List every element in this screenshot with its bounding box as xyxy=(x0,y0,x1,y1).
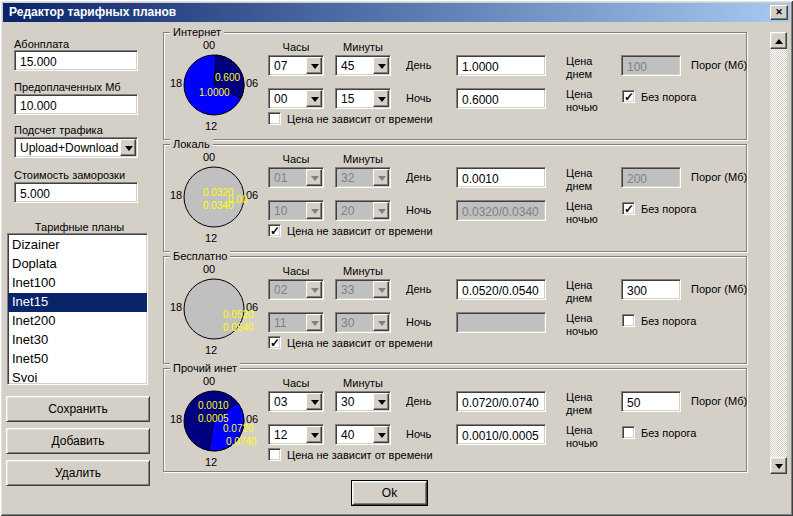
plans-label: Тарифные планы xyxy=(6,221,153,233)
combo-value: 15 xyxy=(341,92,354,106)
save-button[interactable]: Сохранить xyxy=(6,396,150,422)
plan-item[interactable]: Doplata xyxy=(8,255,147,274)
minutes-night-combo[interactable]: 15 xyxy=(335,88,391,109)
minutes-night-combo[interactable]: 40 xyxy=(335,424,391,445)
chevron-down-icon[interactable] xyxy=(373,202,389,219)
hours-night-combo[interactable]: 11 xyxy=(268,312,324,333)
minutes-label: Минуты xyxy=(335,377,391,389)
time-independent-checkbox[interactable] xyxy=(268,224,281,237)
night-price-field[interactable] xyxy=(456,200,546,221)
minutes-day-combo[interactable]: 32 xyxy=(335,167,391,188)
chevron-down-icon[interactable] xyxy=(306,169,322,186)
no-threshold-checkbox[interactable] xyxy=(622,202,635,215)
chevron-down-icon[interactable] xyxy=(770,457,787,474)
chevron-down-icon[interactable] xyxy=(373,426,389,443)
freeze-cost-field[interactable] xyxy=(14,182,138,203)
plan-item[interactable]: Inet50 xyxy=(8,350,147,369)
combo-value: 11 xyxy=(274,316,286,330)
minutes-night-combo[interactable]: 20 xyxy=(335,200,391,221)
chevron-down-icon[interactable] xyxy=(306,90,322,107)
plan-item[interactable]: Dizainer xyxy=(8,236,147,255)
combo-value: 07 xyxy=(274,59,287,73)
day-price-field[interactable] xyxy=(456,167,546,188)
day-price-field[interactable] xyxy=(456,55,546,76)
night-price-field[interactable] xyxy=(456,88,546,109)
chevron-down-icon[interactable] xyxy=(306,426,322,443)
chevron-up-icon[interactable] xyxy=(770,32,787,49)
pie-value-label: 0.0720 xyxy=(223,423,254,434)
day-price-field[interactable] xyxy=(456,279,546,300)
delete-button[interactable]: Удалить xyxy=(6,460,150,486)
add-button[interactable]: Добавить xyxy=(6,428,150,454)
chevron-down-icon[interactable] xyxy=(373,314,389,331)
chevron-down-icon[interactable] xyxy=(373,169,389,186)
hours-day-combo[interactable]: 02 xyxy=(268,279,324,300)
hours-day-combo[interactable]: 03 xyxy=(268,391,324,412)
vertical-scrollbar[interactable] xyxy=(770,32,787,474)
no-threshold-checkbox[interactable] xyxy=(622,314,635,327)
threshold-field[interactable] xyxy=(621,167,681,188)
tariff-editor-window: Редактор тарифных планов ✕ Абонплата Пре… xyxy=(0,0,793,516)
close-icon[interactable]: ✕ xyxy=(770,5,788,20)
no-threshold-checkbox[interactable] xyxy=(622,426,635,439)
chevron-down-icon[interactable] xyxy=(306,393,322,410)
plans-listbox[interactable]: DizainerDoplataInet100Inet15Inet200Inet3… xyxy=(7,233,148,385)
price-night-label: Ценаночью xyxy=(566,312,598,338)
night-label: Ночь xyxy=(406,316,431,328)
threshold-field[interactable] xyxy=(621,391,681,412)
hours-label: Часы xyxy=(268,377,324,389)
traffic-count-combo[interactable]: Upload+Download xyxy=(14,137,138,158)
hours-night-combo[interactable]: 12 xyxy=(268,424,324,445)
threshold-field[interactable] xyxy=(621,55,681,76)
hours-day-combo[interactable]: 01 xyxy=(268,167,324,188)
chevron-down-icon[interactable] xyxy=(373,393,389,410)
no-threshold-label: Без порога xyxy=(641,315,696,327)
minutes-night-combo[interactable]: 30 xyxy=(335,312,391,333)
abonplata-field[interactable] xyxy=(14,50,138,71)
prepaid-mb-field[interactable] xyxy=(14,94,138,115)
price-night-label: Ценаночью xyxy=(566,88,598,114)
threshold-label: Порог (Мб) xyxy=(691,395,747,407)
combo-value: 01 xyxy=(274,171,287,185)
minutes-day-combo[interactable]: 45 xyxy=(335,55,391,76)
chevron-down-icon[interactable] xyxy=(306,281,322,298)
combo-value: 30 xyxy=(341,316,354,330)
plan-item[interactable]: Inet100 xyxy=(8,274,147,293)
chevron-down-icon[interactable] xyxy=(306,202,322,219)
clock-label-00: 00 xyxy=(203,375,215,387)
clock-label-12: 12 xyxy=(205,344,217,356)
plan-item[interactable]: Inet200 xyxy=(8,312,147,331)
minutes-day-combo[interactable]: 30 xyxy=(335,391,391,412)
chevron-down-icon[interactable] xyxy=(120,139,136,156)
plan-item[interactable]: Svoi xyxy=(8,369,147,385)
day-label: День xyxy=(406,283,431,295)
chevron-down-icon[interactable] xyxy=(373,281,389,298)
time-independent-label: Цена не зависит от времени xyxy=(287,113,433,125)
no-threshold-checkbox[interactable] xyxy=(622,90,635,103)
time-independent-checkbox[interactable] xyxy=(268,336,281,349)
night-label: Ночь xyxy=(406,204,431,216)
night-price-field[interactable] xyxy=(456,312,546,333)
minutes-day-combo[interactable]: 33 xyxy=(335,279,391,300)
plan-item[interactable]: Inet30 xyxy=(8,331,147,350)
hours-label: Часы xyxy=(268,153,324,165)
clock-label-00: 00 xyxy=(203,151,215,163)
chevron-down-icon[interactable] xyxy=(373,90,389,107)
threshold-field[interactable] xyxy=(621,279,681,300)
pie-value-label: 1.0000 xyxy=(199,87,230,98)
hours-night-combo[interactable]: 00 xyxy=(268,88,324,109)
chevron-down-icon[interactable] xyxy=(373,57,389,74)
hours-day-combo[interactable]: 07 xyxy=(268,55,324,76)
chevron-down-icon[interactable] xyxy=(306,57,322,74)
time-independent-checkbox[interactable] xyxy=(268,112,281,125)
plan-item[interactable]: Inet15 xyxy=(8,293,147,312)
night-price-field[interactable] xyxy=(456,424,546,445)
time-independent-checkbox[interactable] xyxy=(268,448,281,461)
day-price-field[interactable] xyxy=(456,391,546,412)
hours-night-combo[interactable]: 10 xyxy=(268,200,324,221)
ok-button[interactable]: Ok xyxy=(352,481,427,505)
clock-label-12: 12 xyxy=(205,232,217,244)
chevron-down-icon[interactable] xyxy=(306,314,322,331)
title-bar[interactable]: Редактор тарифных планов xyxy=(3,3,790,22)
day-label: День xyxy=(406,59,431,71)
